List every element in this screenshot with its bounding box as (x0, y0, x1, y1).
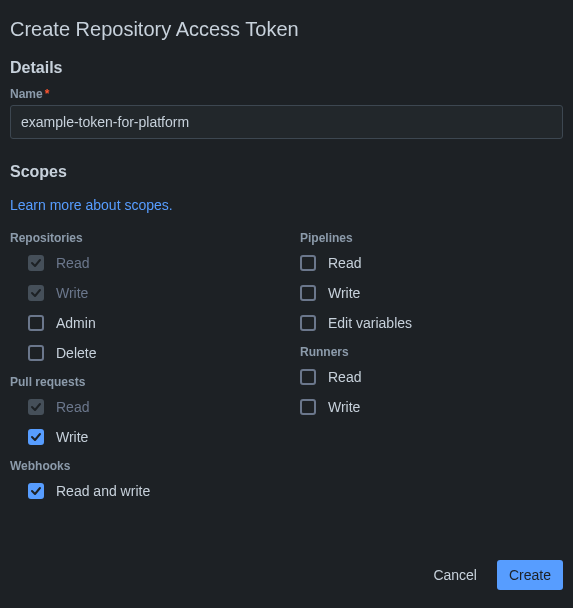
checkbox-icon (300, 399, 316, 415)
repositories-delete-checkbox[interactable]: Delete (28, 345, 300, 361)
runners-read-checkbox[interactable]: Read (300, 369, 563, 385)
name-label: Name (10, 87, 43, 101)
checkbox-icon (300, 285, 316, 301)
repositories-read-checkbox: Read (28, 255, 300, 271)
checkbox-label: Delete (56, 345, 96, 361)
repositories-label: Repositories (10, 231, 300, 245)
checkbox-icon (28, 399, 44, 415)
pipelines-read-checkbox[interactable]: Read (300, 255, 563, 271)
learn-more-link[interactable]: Learn more about scopes. (10, 197, 173, 213)
pullrequests-write-checkbox[interactable]: Write (28, 429, 300, 445)
name-input[interactable] (10, 105, 563, 139)
checkbox-label: Write (56, 429, 88, 445)
repositories-write-checkbox: Write (28, 285, 300, 301)
checkbox-icon (300, 369, 316, 385)
checkbox-icon (300, 315, 316, 331)
runners-label: Runners (300, 345, 563, 359)
checkbox-icon (300, 255, 316, 271)
pipelines-write-checkbox[interactable]: Write (300, 285, 563, 301)
checkbox-icon (28, 345, 44, 361)
cancel-button[interactable]: Cancel (421, 560, 489, 590)
pipelines-label: Pipelines (300, 231, 563, 245)
pullrequests-read-checkbox: Read (28, 399, 300, 415)
details-heading: Details (10, 59, 563, 77)
webhooks-read-and-write-checkbox[interactable]: Read and write (28, 483, 300, 499)
page-title: Create Repository Access Token (10, 18, 563, 41)
pipelines-edit-variables-checkbox[interactable]: Edit variables (300, 315, 563, 331)
create-button[interactable]: Create (497, 560, 563, 590)
checkbox-label: Write (56, 285, 88, 301)
repositories-admin-checkbox[interactable]: Admin (28, 315, 300, 331)
required-indicator: * (45, 87, 50, 101)
pullrequests-label: Pull requests (10, 375, 300, 389)
runners-write-checkbox[interactable]: Write (300, 399, 563, 415)
checkbox-label: Read (328, 369, 361, 385)
checkbox-label: Write (328, 399, 360, 415)
checkbox-label: Read (56, 255, 89, 271)
checkbox-icon (28, 285, 44, 301)
checkbox-icon (28, 255, 44, 271)
scopes-heading: Scopes (10, 163, 563, 181)
checkbox-label: Edit variables (328, 315, 412, 331)
checkbox-label: Read (328, 255, 361, 271)
checkbox-icon (28, 483, 44, 499)
checkbox-label: Read and write (56, 483, 150, 499)
checkbox-label: Write (328, 285, 360, 301)
checkbox-label: Admin (56, 315, 96, 331)
checkbox-icon (28, 315, 44, 331)
checkbox-icon (28, 429, 44, 445)
checkbox-label: Read (56, 399, 89, 415)
webhooks-label: Webhooks (10, 459, 300, 473)
